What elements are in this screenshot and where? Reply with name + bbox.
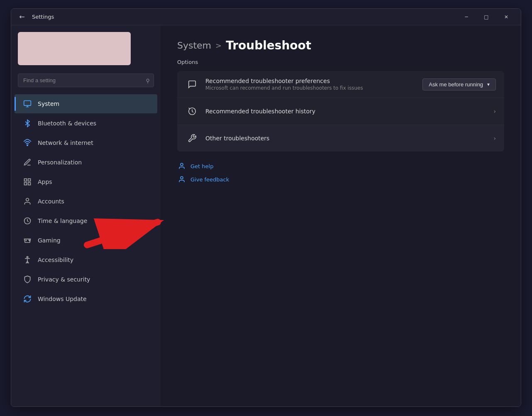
chevron-right-icon: ›: [493, 108, 496, 115]
sidebar-item-personalization[interactable]: Personalization: [15, 153, 157, 172]
svg-rect-3: [28, 179, 31, 181]
section-label: Options: [177, 59, 504, 65]
gaming-icon: [23, 236, 32, 245]
breadcrumb-current: Troubleshoot: [226, 39, 311, 52]
minimize-button[interactable]: ─: [457, 10, 476, 24]
personalization-icon: [23, 158, 32, 167]
help-links: Get help Give feedback: [177, 162, 504, 184]
svg-point-10: [27, 257, 28, 258]
history-title: Recommended troubleshooter history: [205, 108, 487, 115]
sidebar-item-label: Privacy & security: [38, 276, 90, 283]
network-icon: [23, 138, 32, 147]
sidebar-item-bluetooth[interactable]: Bluetooth & devices: [15, 114, 157, 133]
give-feedback-icon: [177, 175, 186, 184]
breadcrumb: System > Troubleshoot: [177, 39, 504, 52]
preferences-icon: [185, 78, 199, 91]
sidebar: ⚲ System Bluetooth & devices Network & i…: [11, 25, 161, 406]
settings-row-other[interactable]: Other troubleshooters ›: [177, 125, 504, 152]
titlebar: ← Settings ─ □ ✕: [11, 9, 521, 25]
help-link-give-feedback[interactable]: Give feedback: [177, 175, 504, 184]
preferences-subtitle: Microsoft can recommend and run troubles…: [205, 85, 416, 91]
sidebar-item-label: Gaming: [38, 237, 61, 244]
get-help-icon: [177, 162, 186, 171]
search-box: ⚲: [18, 73, 154, 87]
back-button[interactable]: ←: [16, 11, 28, 23]
sidebar-item-update[interactable]: Windows Update: [15, 289, 157, 308]
get-help-label: Get help: [190, 163, 213, 169]
svg-point-1: [27, 145, 28, 146]
preferences-title: Recommended troubleshooter preferences: [205, 78, 416, 84]
settings-row-history[interactable]: Recommended troubleshooter history ›: [177, 98, 504, 125]
sidebar-item-label: Personalization: [38, 159, 82, 166]
settings-window: ← Settings ─ □ ✕ ⚲: [11, 8, 521, 407]
sidebar-item-accessibility[interactable]: Accessibility: [15, 250, 157, 269]
search-icon: ⚲: [146, 77, 150, 83]
content-area: System > Troubleshoot Options Recommende…: [161, 25, 521, 406]
breadcrumb-parent: System: [177, 40, 211, 51]
sidebar-item-system[interactable]: System: [15, 94, 157, 113]
privacy-icon: [23, 275, 32, 284]
sidebar-item-apps[interactable]: Apps: [15, 172, 157, 191]
sidebar-item-label: System: [38, 100, 59, 107]
avatar: [18, 32, 131, 65]
dropdown-preferences[interactable]: Ask me before running ▼: [422, 78, 496, 91]
sidebar-item-label: Accessibility: [38, 257, 73, 263]
accessibility-icon: [23, 255, 32, 264]
sidebar-item-label: Accounts: [38, 198, 64, 205]
window-title: Settings: [32, 14, 54, 20]
other-title: Other troubleshooters: [205, 135, 487, 142]
sidebar-item-label: Network & internet: [38, 139, 93, 146]
bluetooth-icon: [23, 119, 32, 128]
window-controls: ─ □ ✕: [457, 10, 516, 24]
apps-icon: [23, 177, 32, 186]
dropdown-label: Ask me before running: [429, 81, 483, 88]
system-icon: [23, 99, 32, 108]
sidebar-item-label: Apps: [38, 179, 52, 185]
settings-row-preferences[interactable]: Recommended troubleshooter preferences M…: [177, 71, 504, 98]
svg-rect-5: [28, 183, 31, 185]
breadcrumb-separator: >: [215, 41, 222, 50]
maximize-button[interactable]: □: [477, 10, 496, 24]
update-icon: [23, 294, 32, 303]
sidebar-nav: System Bluetooth & devices Network & int…: [11, 94, 161, 309]
sidebar-item-gaming[interactable]: Gaming: [15, 231, 157, 250]
sidebar-item-label: Windows Update: [38, 296, 87, 302]
help-link-get-help[interactable]: Get help: [177, 162, 504, 171]
chevron-down-icon: ▼: [486, 82, 491, 87]
svg-point-12: [181, 163, 183, 166]
sidebar-item-privacy[interactable]: Privacy & security: [15, 270, 157, 289]
chevron-right-icon: ›: [493, 135, 496, 142]
main-layout: ⚲ System Bluetooth & devices Network & i…: [11, 25, 521, 406]
sidebar-item-time[interactable]: Time & language: [15, 211, 157, 230]
svg-point-6: [26, 198, 29, 201]
avatar-area: [11, 25, 161, 70]
accounts-icon: [23, 197, 32, 206]
sidebar-item-label: Bluetooth & devices: [38, 120, 96, 127]
close-button[interactable]: ✕: [497, 10, 516, 24]
sidebar-item-network[interactable]: Network & internet: [15, 133, 157, 152]
sidebar-item-accounts[interactable]: Accounts: [15, 192, 157, 211]
settings-card: Recommended troubleshooter preferences M…: [177, 71, 504, 152]
history-icon: [185, 105, 199, 118]
svg-rect-4: [24, 183, 27, 185]
search-input[interactable]: [18, 73, 154, 87]
svg-point-13: [181, 176, 183, 179]
other-icon: [185, 132, 199, 145]
svg-rect-0: [24, 101, 31, 106]
sidebar-item-label: Time & language: [38, 218, 87, 224]
give-feedback-label: Give feedback: [190, 176, 229, 183]
svg-rect-2: [24, 179, 27, 181]
time-icon: [23, 216, 32, 225]
